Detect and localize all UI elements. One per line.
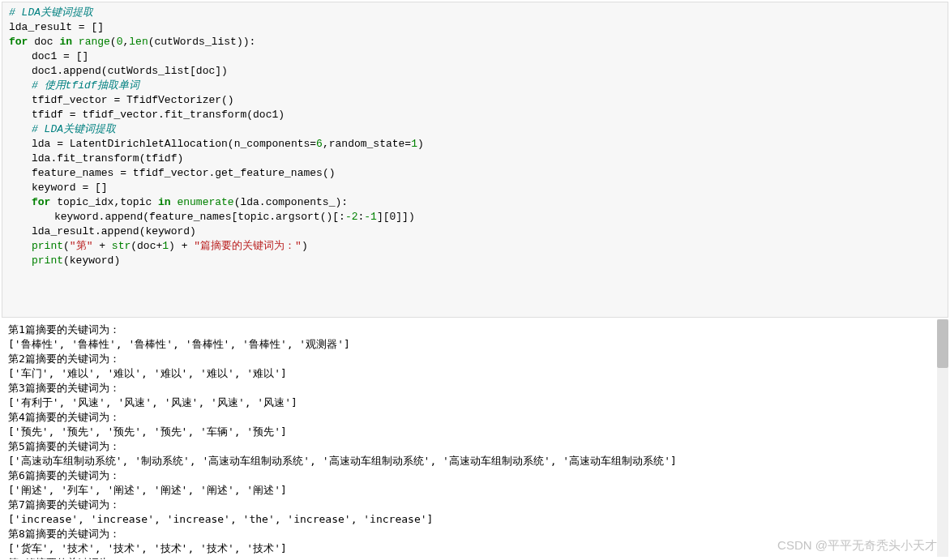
output-line: ['预先', '预先', '预先', '预先', '车辆', '预先']: [8, 425, 942, 439]
output-line: ['货车', '技术', '技术', '技术', '技术', '技术']: [8, 541, 942, 556]
code-line: # LDA关键词提取: [9, 6, 941, 20]
output-cell[interactable]: 第1篇摘要的关键词为： ['鲁棒性', '鲁棒性', '鲁棒性', '鲁棒性',…: [0, 319, 950, 559]
code-line: # LDA关键词提取: [9, 122, 941, 137]
code-line: doc1 = []: [9, 49, 941, 64]
code-line: tfidf_vector = TfidfVectorizer(): [9, 93, 941, 108]
output-line: 第5篇摘要的关键词为：: [8, 439, 942, 454]
code-line: # 使用tfidf抽取单词: [9, 79, 941, 93]
output-line: 第7篇摘要的关键词为：: [8, 498, 942, 512]
output-line: ['高速动车组制动系统', '制动系统', '高速动车组制动系统', '高速动车…: [8, 454, 942, 468]
code-line: lda.fit_transform(tfidf): [9, 152, 941, 166]
code-line: keyword = []: [9, 181, 941, 195]
output-line: ['鲁棒性', '鲁棒性', '鲁棒性', '鲁棒性', '鲁棒性', '观测器…: [8, 337, 942, 352]
output-line: ['有利于', '风速', '风速', '风速', '风速', '风速']: [8, 395, 942, 410]
code-line: lda_result = []: [9, 20, 941, 35]
scrollbar-thumb[interactable]: [937, 319, 948, 368]
code-line: doc1.append(cutWords_list[doc]): [9, 64, 941, 79]
code-line: lda = LatentDirichletAllocation(n_compon…: [9, 137, 941, 152]
code-line: for topic_idx,topic in enumerate(lda.com…: [9, 195, 941, 210]
output-line: 第6篇摘要的关键词为：: [8, 468, 942, 483]
code-line: keyword.append(feature_names[topic.argso…: [9, 210, 941, 224]
code-line: feature_names = tfidf_vector.get_feature…: [9, 166, 941, 181]
code-line: lda_result.append(keyword): [9, 224, 941, 239]
code-line: print("第" + str(doc+1) + "篇摘要的关键词为："): [9, 239, 941, 254]
output-line: 第4篇摘要的关键词为：: [8, 410, 942, 425]
code-line: print(keyword): [9, 254, 941, 268]
output-line: 第2篇摘要的关键词为：: [8, 352, 942, 366]
code-line: tfidf = tfidf_vector.fit_transform(doc1): [9, 108, 941, 122]
output-line: 第8篇摘要的关键词为：: [8, 527, 942, 541]
code-line: for doc in range(0,len(cutWords_list)):: [9, 35, 941, 49]
code-cell[interactable]: # LDA关键词提取 lda_result = [] for doc in ra…: [2, 2, 948, 318]
output-line: 第1篇摘要的关键词为：: [8, 323, 942, 337]
output-line: ['车门', '难以', '难以', '难以', '难以', '难以']: [8, 366, 942, 381]
output-line: 第3篇摘要的关键词为：: [8, 381, 942, 395]
output-line: ['increase', 'increase', 'increase', 'th…: [8, 512, 942, 527]
output-line: 第9篇摘要的关键词为：: [8, 556, 942, 559]
output-line: ['阐述', '列车', '阐述', '阐述', '阐述', '阐述']: [8, 483, 942, 498]
